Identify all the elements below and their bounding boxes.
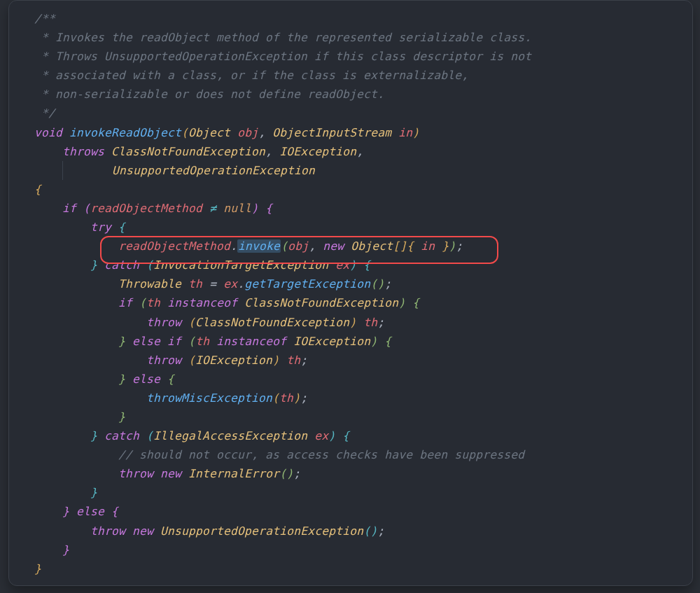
kw-else: else — [132, 372, 160, 386]
ty-ITE: InvocationTargetException — [153, 258, 328, 272]
code-block: /** * Invokes the readObject method of t… — [9, 1, 692, 586]
comment-inline: // should not occur, as access checks ha… — [118, 448, 524, 461]
kw-throws: throws — [62, 145, 104, 158]
id-in: in — [398, 126, 412, 139]
code-card: /** * Invokes the readObject method of t… — [8, 0, 693, 586]
kw-catch: catch — [104, 258, 139, 272]
kw-else-if: else if — [132, 335, 181, 348]
fn-invokeReadObject: invokeReadObject — [69, 126, 181, 139]
ty-CNFE: ClassNotFoundException — [111, 145, 265, 158]
lit-null: null — [223, 202, 251, 215]
comment-line: * non-serializable or does not define re… — [34, 88, 384, 101]
ty-IAE: IllegalAccessException — [153, 429, 307, 442]
kw-void: void — [34, 126, 62, 139]
comment-line: * Invokes the readObject method of the r… — [34, 31, 531, 44]
comment-line: * Throws UnsupportedOperationException i… — [34, 50, 531, 63]
ty-IOE: IOException — [279, 145, 356, 158]
kw-try: try — [90, 221, 111, 234]
ty-UOE: UnsupportedOperationException — [112, 164, 315, 177]
fn-getTargetException: getTargetException — [244, 277, 370, 291]
ty-Object: Object — [188, 126, 230, 139]
kw-if: if — [62, 202, 76, 215]
id-readObjectMethod: readObjectMethod — [118, 239, 230, 253]
comment-line: /** — [34, 12, 55, 25]
ty-ObjectInputStream: ObjectInputStream — [272, 126, 391, 139]
comment-line: * associated with a class, or if the cla… — [34, 69, 468, 82]
comment-line: */ — [34, 106, 55, 120]
fn-throwMiscException: throwMiscException — [146, 391, 272, 405]
ty-Throwable: Throwable — [118, 277, 181, 291]
fn-invoke: invoke — [237, 239, 281, 253]
ty-InternalError: InternalError — [188, 467, 279, 480]
id-obj: obj — [237, 126, 258, 139]
id-readObjectMethod: readObjectMethod — [90, 202, 202, 215]
